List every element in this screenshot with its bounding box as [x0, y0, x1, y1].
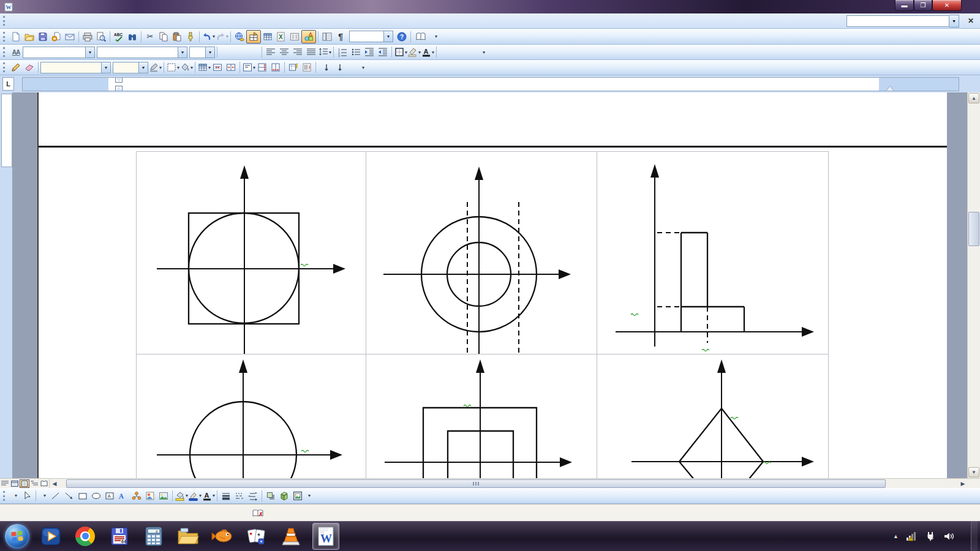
- start-button[interactable]: [5, 524, 29, 549]
- read-mode-button[interactable]: [413, 30, 431, 43]
- equation-button[interactable]: [466, 45, 479, 59]
- insert-table-small-button[interactable]: ▾: [197, 61, 211, 74]
- arrow-style-button[interactable]: [246, 489, 260, 503]
- underline-button[interactable]: [246, 45, 260, 59]
- view-normal-button[interactable]: [0, 479, 10, 488]
- vertical-scrollbar[interactable]: ▲ ▼: [967, 92, 980, 478]
- spelling-status-icon[interactable]: ✗: [252, 509, 263, 518]
- shading-dropdown-icon[interactable]: ▾: [190, 65, 193, 70]
- fill-color-button[interactable]: ▾: [175, 489, 188, 503]
- question-dropdown-icon[interactable]: ▾: [949, 15, 959, 28]
- horizontal-ruler[interactable]: [22, 77, 959, 91]
- border-color-button[interactable]: ▾: [148, 61, 162, 74]
- font-size-combo[interactable]: ▾: [189, 47, 215, 58]
- line-style-combo[interactable]: ▾: [40, 62, 111, 73]
- standard-toolbar-handle[interactable]: [3, 32, 7, 42]
- indent-marker[interactable]: [116, 78, 121, 91]
- save-button[interactable]: [36, 30, 50, 43]
- line-style-dropdown-icon[interactable]: ▾: [101, 62, 110, 73]
- align-left-button[interactable]: [264, 45, 277, 59]
- research-button[interactable]: [126, 30, 139, 43]
- menu-file[interactable]: [9, 20, 19, 22]
- menu-drag-handle[interactable]: [3, 16, 7, 26]
- redo-button[interactable]: ▾: [215, 30, 228, 43]
- text-direction-button[interactable]: [300, 61, 314, 74]
- zoom-dropdown-icon[interactable]: ▾: [383, 31, 393, 42]
- bold-button[interactable]: [219, 45, 233, 59]
- subscript-button[interactable]: [452, 45, 466, 59]
- wordart-button[interactable]: А: [116, 489, 130, 503]
- cut-button[interactable]: ✂: [143, 30, 157, 43]
- undo-button[interactable]: ▾: [202, 30, 215, 43]
- insert-table-button[interactable]: [261, 30, 274, 43]
- view-web-button[interactable]: [10, 479, 20, 488]
- diagram-button[interactable]: [130, 489, 143, 503]
- font-color-dropdown-icon[interactable]: ▾: [432, 50, 434, 55]
- border-color-dropdown-icon[interactable]: ▾: [159, 65, 162, 70]
- show-desktop-button[interactable]: [971, 521, 978, 551]
- align-center-button[interactable]: [277, 45, 291, 59]
- line-color-button[interactable]: ▾: [188, 489, 202, 503]
- eraser-button[interactable]: [23, 61, 36, 74]
- tab-selector[interactable]: L: [2, 77, 14, 91]
- spelling-button[interactable]: ABC: [112, 30, 126, 43]
- select-objects-button[interactable]: [20, 489, 34, 503]
- draw-table-button[interactable]: [9, 61, 23, 74]
- threed-style-button[interactable]: [277, 489, 291, 503]
- document-map-button[interactable]: [320, 30, 334, 43]
- taskbar-vlc-icon[interactable]: [278, 523, 304, 549]
- view-reading-button[interactable]: [39, 479, 49, 488]
- format-painter-button[interactable]: [184, 30, 197, 43]
- tables-toolbar-options-icon[interactable]: ▾: [360, 61, 367, 73]
- scroll-right-icon[interactable]: ▶: [958, 479, 968, 488]
- columns-button[interactable]: [288, 30, 301, 43]
- view-outline-button[interactable]: [29, 479, 39, 488]
- tray-network-icon[interactable]: !: [906, 531, 918, 541]
- canvas-toolbar-button[interactable]: [291, 489, 304, 503]
- menu-window[interactable]: [78, 20, 88, 22]
- sort-ascending-button[interactable]: [318, 61, 331, 74]
- open-button[interactable]: [23, 30, 36, 43]
- line-spacing-dropdown-icon[interactable]: ▾: [329, 50, 331, 55]
- horizontal-scroll-thumb[interactable]: [66, 479, 886, 488]
- oval-tool-button[interactable]: [89, 489, 103, 503]
- table-autoformat-button[interactable]: [287, 61, 300, 74]
- clip-art-button[interactable]: [143, 489, 157, 503]
- print-preview-button[interactable]: [94, 30, 108, 43]
- diagram-cell-14[interactable]: [366, 152, 597, 354]
- taskbar-chrome-icon[interactable]: [72, 523, 98, 549]
- diagram-cell-13[interactable]: [137, 152, 366, 354]
- line-tool-button[interactable]: [49, 489, 62, 503]
- diagram-cell-16[interactable]: [137, 354, 366, 478]
- email-button[interactable]: [63, 30, 77, 43]
- question-input[interactable]: [846, 15, 949, 27]
- align-right-button[interactable]: [291, 45, 304, 59]
- styles-pane-button[interactable]: АА: [9, 45, 23, 59]
- vertical-scroll-thumb[interactable]: [968, 212, 979, 246]
- restore-button[interactable]: ❐: [914, 0, 932, 11]
- outside-border-button[interactable]: ▾: [166, 61, 179, 74]
- distribute-columns-button[interactable]: [269, 61, 282, 74]
- font-color-button[interactable]: А▾: [421, 45, 434, 59]
- scroll-left-icon[interactable]: ◀: [49, 479, 59, 488]
- diagram-cell-17[interactable]: [366, 354, 597, 478]
- split-cells-button[interactable]: [224, 61, 238, 74]
- menu-close-icon[interactable]: ✕: [968, 17, 974, 25]
- help-button[interactable]: ?: [395, 30, 409, 43]
- right-indent-marker[interactable]: [886, 83, 894, 91]
- menu-view[interactable]: [29, 20, 39, 22]
- font-size-dropdown-icon[interactable]: ▾: [205, 47, 214, 58]
- text-box-button[interactable]: А: [103, 489, 116, 503]
- justify-button[interactable]: [304, 45, 318, 59]
- tray-expand-icon[interactable]: ▲: [893, 533, 899, 539]
- rectangle-tool-button[interactable]: [76, 489, 89, 503]
- menu-insert[interactable]: [39, 20, 48, 22]
- formatting-toolbar-handle[interactable]: [3, 47, 7, 57]
- sort-descending-button[interactable]: [331, 61, 345, 74]
- draw-font-color-button[interactable]: А▾: [202, 489, 215, 503]
- scroll-down-icon[interactable]: ▼: [968, 467, 979, 478]
- insert-picture-button[interactable]: [157, 489, 170, 503]
- drawing-toolbar-options-icon[interactable]: ▾: [306, 490, 313, 502]
- permission-button[interactable]: [50, 30, 63, 43]
- borders-button[interactable]: ▾: [394, 45, 407, 59]
